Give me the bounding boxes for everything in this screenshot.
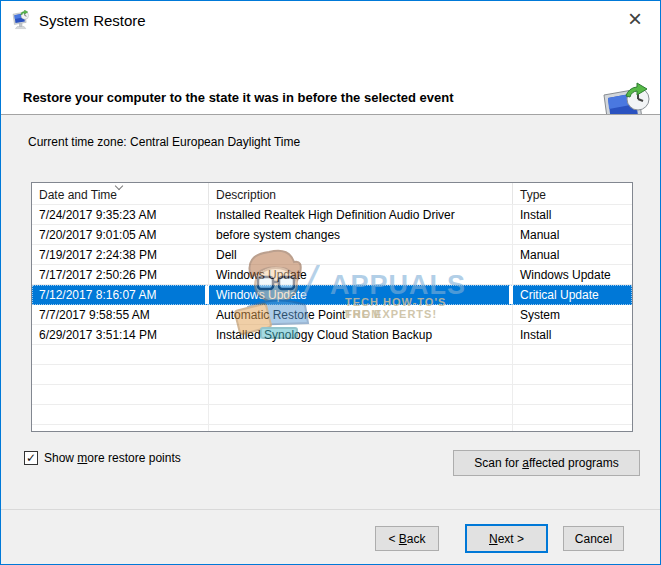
cell-description: [209, 385, 513, 405]
cell-type: System: [513, 305, 632, 325]
table-empty-row: [32, 385, 632, 405]
table-row[interactable]: 7/20/2017 9:01:05 AMbefore system change…: [32, 225, 632, 245]
cell-description: [209, 345, 513, 365]
cancel-button[interactable]: Cancel: [563, 526, 624, 551]
cell-date: [32, 425, 209, 432]
cell-description: Dell: [209, 245, 513, 265]
cell-date: 7/20/2017 9:01:05 AM: [32, 225, 209, 245]
back-button[interactable]: < Back: [375, 526, 439, 551]
cell-type: Install: [513, 205, 632, 225]
checkbox-label: Show more restore points: [44, 451, 181, 465]
cell-description: Windows Update: [209, 265, 513, 285]
column-header-description[interactable]: Description: [209, 183, 513, 204]
table-empty-row: [32, 405, 632, 425]
table-header-row: Date and Time Description Type: [32, 183, 632, 205]
header-band: Restore your computer to the state it wa…: [1, 41, 660, 114]
table-row[interactable]: 7/17/2017 2:50:26 PMWindows UpdateWindow…: [32, 265, 632, 285]
cell-date: 7/7/2017 9:58:55 AM: [32, 305, 209, 325]
cell-date: [32, 365, 209, 385]
cell-date: 7/17/2017 2:50:26 PM: [32, 265, 209, 285]
table-row[interactable]: 7/24/2017 9:35:23 AMInstalled Realtek Hi…: [32, 205, 632, 225]
show-more-restore-points-checkbox[interactable]: ✓ Show more restore points: [24, 451, 181, 465]
system-restore-icon: [11, 10, 31, 30]
page-title: Restore your computer to the state it wa…: [23, 90, 454, 105]
system-restore-window: System Restore × Restore your computer t…: [0, 0, 661, 565]
cell-type: Install: [513, 325, 632, 345]
column-header-date[interactable]: Date and Time: [32, 183, 209, 204]
cell-date: 7/24/2017 9:35:23 AM: [32, 205, 209, 225]
restore-points-table[interactable]: Date and Time Description Type 7/24/2017…: [31, 182, 633, 432]
table-empty-row: [32, 425, 632, 432]
cell-type: [513, 345, 632, 365]
cell-type: Manual: [513, 245, 632, 265]
cell-type: [513, 425, 632, 432]
scan-affected-programs-button[interactable]: Scan for affected programs: [453, 450, 640, 476]
cell-description: [209, 425, 513, 432]
table-body: 7/24/2017 9:35:23 AMInstalled Realtek Hi…: [32, 205, 632, 432]
footer-separator: [1, 509, 661, 510]
sort-descending-icon: [116, 185, 124, 191]
table-row[interactable]: 6/29/2017 3:51:14 PMInstalled Synology C…: [32, 325, 632, 345]
cell-type: [513, 365, 632, 385]
cell-type: Manual: [513, 225, 632, 245]
cell-description: before system changes: [209, 225, 513, 245]
cell-date: 7/12/2017 8:16:07 AM: [32, 285, 209, 305]
cell-type: Windows Update: [513, 265, 632, 285]
titlebar: System Restore ×: [1, 1, 660, 41]
cell-description: [209, 405, 513, 425]
next-button[interactable]: Next >: [465, 524, 548, 553]
cell-date: 7/19/2017 2:24:38 PM: [32, 245, 209, 265]
cell-description: Installed Realtek High Definition Audio …: [209, 205, 513, 225]
cell-description: [209, 365, 513, 385]
cell-type: [513, 405, 632, 425]
table-empty-row: [32, 345, 632, 365]
column-header-type[interactable]: Type: [513, 183, 632, 204]
table-empty-row: [32, 365, 632, 385]
close-icon[interactable]: ×: [620, 4, 650, 34]
table-row[interactable]: 7/19/2017 2:24:38 PMDellManual: [32, 245, 632, 265]
cell-date: 6/29/2017 3:51:14 PM: [32, 325, 209, 345]
table-row[interactable]: 7/12/2017 8:16:07 AMWindows UpdateCritic…: [32, 285, 632, 305]
cell-description: Automatic Restore Point: [209, 305, 513, 325]
cell-description: Windows Update: [209, 285, 513, 305]
window-title: System Restore: [39, 12, 146, 29]
checkbox-box[interactable]: ✓: [24, 451, 38, 465]
cell-date: [32, 405, 209, 425]
cell-type: [513, 385, 632, 405]
cell-type: Critical Update: [513, 285, 632, 305]
cell-description: Installed Synology Cloud Station Backup: [209, 325, 513, 345]
timezone-label: Current time zone: Central European Dayl…: [28, 135, 300, 149]
cell-date: [32, 345, 209, 365]
checkmark-icon: ✓: [26, 452, 36, 464]
cell-date: [32, 385, 209, 405]
table-row[interactable]: 7/7/2017 9:58:55 AMAutomatic Restore Poi…: [32, 305, 632, 325]
